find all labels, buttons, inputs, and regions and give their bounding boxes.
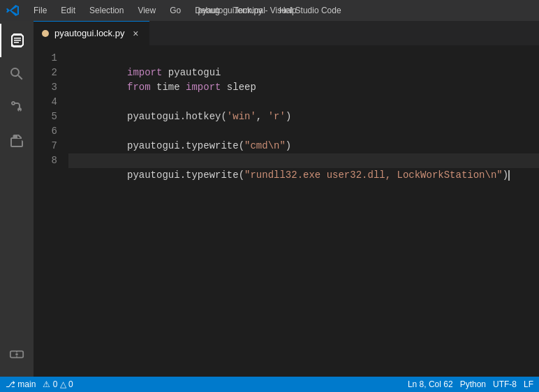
code-line-6: pyautogui.typewrite("cmd\n"): [68, 124, 539, 139]
menu-selection[interactable]: Selection: [84, 3, 129, 18]
status-line-ending[interactable]: LF: [524, 379, 533, 389]
code-line-8: pyautogui.typewrite("rundll32.exe user32…: [68, 153, 539, 168]
extensions-activity-icon[interactable]: [0, 124, 34, 158]
remote-activity-icon[interactable]: [0, 338, 34, 371]
vscode-logo: [6, 3, 20, 17]
code-line-1: import pyautogui: [68, 51, 539, 66]
menu-bar: File Edit Selection View Go Debug Termin…: [28, 3, 302, 18]
status-bar-left: ⎇ main ⚠ 0 △ 0: [6, 379, 73, 389]
menu-edit[interactable]: Edit: [55, 3, 81, 18]
tab-bar: pyautogui.lock.py ×: [34, 21, 539, 45]
line-numbers: 1 2 3 4 5 6 7 8: [34, 51, 68, 377]
tab-filename: pyautogui.lock.py: [54, 28, 124, 38]
menu-file[interactable]: File: [28, 3, 52, 18]
explorer-icon[interactable]: [0, 24, 34, 57]
status-encoding[interactable]: UTF-8: [493, 379, 517, 389]
status-branch[interactable]: ⎇ main: [6, 379, 36, 389]
code-content[interactable]: import pyautogui from time import sleep …: [68, 51, 539, 377]
status-errors[interactable]: ⚠ 0 △ 0: [43, 379, 73, 389]
svg-point-4: [15, 353, 18, 356]
svg-rect-0: [14, 38, 21, 39]
keyword-from: from: [127, 82, 151, 93]
editor-area: pyautogui.lock.py × 1 2 3 4 5 6 7 8 impo…: [34, 21, 539, 377]
editor-tab[interactable]: pyautogui.lock.py ×: [34, 21, 150, 45]
status-language[interactable]: Python: [460, 379, 486, 389]
status-cursor[interactable]: Ln 8, Col 62: [408, 379, 453, 389]
main-layout: pyautogui.lock.py × 1 2 3 4 5 6 7 8 impo…: [0, 21, 539, 377]
title-bar: File Edit Selection View Go Debug Termin…: [0, 0, 539, 21]
status-bar: ⎇ main ⚠ 0 △ 0 Ln 8, Col 62 Python UTF-8…: [0, 377, 539, 392]
tab-modified-dot: [42, 30, 49, 37]
svg-rect-2: [14, 42, 19, 43]
code-line-4: pyautogui.hotkey('win', 'r'): [68, 95, 539, 110]
menu-view[interactable]: View: [132, 3, 161, 18]
code-editor[interactable]: 1 2 3 4 5 6 7 8 import pyautogui from ti…: [34, 45, 539, 377]
tab-close-button[interactable]: ×: [130, 28, 141, 39]
svg-rect-1: [14, 40, 21, 41]
search-activity-icon[interactable]: [0, 57, 34, 91]
status-bar-right: Ln 8, Col 62 Python UTF-8 LF: [408, 379, 533, 389]
text-cursor: [508, 170, 510, 181]
menu-help[interactable]: Help: [274, 3, 302, 18]
menu-go[interactable]: Go: [164, 3, 186, 18]
menu-terminal[interactable]: Terminal: [228, 3, 271, 18]
keyword-import-1: import: [127, 67, 162, 78]
menu-debug[interactable]: Debug: [189, 3, 225, 18]
source-control-activity-icon[interactable]: [0, 91, 34, 124]
keyword-import-2: import: [186, 82, 221, 93]
activity-bar: [0, 21, 34, 377]
